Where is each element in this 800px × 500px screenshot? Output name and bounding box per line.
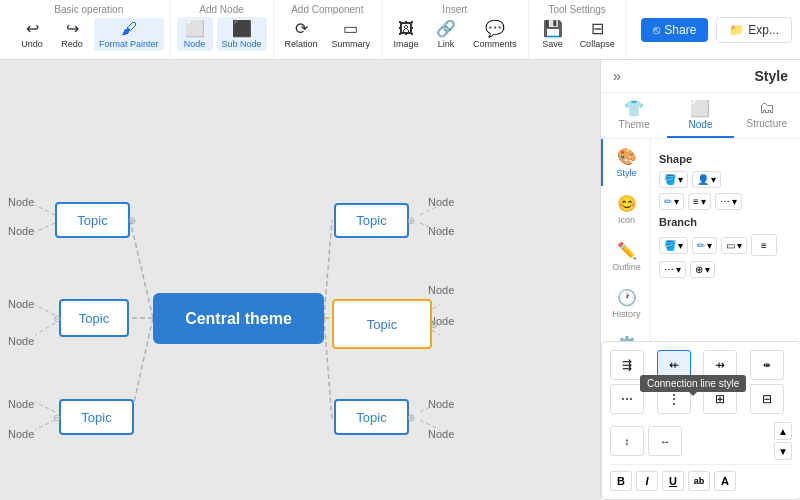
topic-node-mr[interactable]: Topic ⊕ (332, 299, 432, 349)
svg-line-13 (420, 223, 440, 232)
conn-style-4[interactable]: ⇼ (750, 350, 784, 380)
canvas[interactable]: Central theme Topic ⊕ Topic ⊕ ⊖ Topic To… (0, 60, 600, 500)
shape-pen-dropdown[interactable]: ✏ ▾ (659, 193, 684, 210)
left-tab-outline-label: Outline (612, 262, 641, 272)
node-button[interactable]: ⬜ Node (177, 17, 213, 51)
left-tab-history[interactable]: 🕐 History (601, 280, 650, 327)
popup-down-arrow[interactable]: ▼ (774, 442, 792, 460)
lines-icon: ≡ (693, 196, 699, 207)
tab-structure-label: Structure (747, 118, 788, 129)
branch-fill-dropdown[interactable]: 🪣 ▾ (659, 237, 688, 254)
basic-operation-group: Basic operation ↩ Undo ↪ Redo 🖌 Format P… (8, 0, 171, 59)
add-component-label: Add Component (291, 4, 363, 15)
left-tab-style-label: Style (616, 168, 636, 178)
collapse-icon-ml: ⊖ (53, 313, 61, 324)
svg-line-9 (35, 323, 55, 335)
branch-lines-btn[interactable]: ≡ (751, 234, 777, 256)
link-button[interactable]: 🔗 Link (428, 17, 464, 51)
export-button[interactable]: 📁 Exp... (716, 17, 792, 43)
branch-rect-dropdown[interactable]: ▭ ▾ (721, 237, 747, 254)
popup-up-arrow[interactable]: ▲ (774, 422, 792, 440)
shape-row-1: 🪣 ▾ 👤 ▾ (659, 171, 792, 188)
branch-row-2: ⋯ ▾ ⊕ ▾ (659, 261, 792, 278)
topic-node-tl[interactable]: Topic ⊕ (55, 202, 130, 238)
branch-node-dropdown[interactable]: ⊕ ▾ (690, 261, 715, 278)
topic-node-tr[interactable]: Topic ⊕ (334, 203, 409, 238)
summary-button[interactable]: ▭ Summary (327, 17, 376, 51)
add-node-label: Add Node (199, 4, 243, 15)
share-button[interactable]: ⎋ Share (641, 18, 708, 42)
connection-style-popup: ⇶ ⇷ ⇸ ⇼ ⋯ ⋮ ⊞ ⊟ ↕ (651, 341, 800, 500)
topic-node-ml[interactable]: ⊖ Topic (59, 299, 129, 337)
svg-line-17 (420, 420, 440, 430)
tool-settings-group: Tool Settings 💾 Save ⊟ Collapse (529, 0, 627, 59)
format-color-button[interactable]: A (714, 471, 736, 491)
pen-icon: ✏ (664, 196, 672, 207)
central-theme-node[interactable]: Central theme (153, 293, 324, 344)
redo-button[interactable]: ↪ Redo (54, 17, 90, 51)
collapse-button[interactable]: ⊟ Collapse (575, 17, 620, 51)
svg-line-5 (324, 318, 332, 420)
relation-button[interactable]: ⟳ Relation (280, 17, 323, 51)
add-component-group: Add Component ⟳ Relation ▭ Summary (274, 0, 383, 59)
save-button[interactable]: 💾 Save (535, 17, 571, 51)
svg-line-7 (35, 223, 55, 232)
shape-face-dropdown[interactable]: 👤 ▾ (692, 171, 721, 188)
panel-content: 🎨 Style 😊 Icon ✏️ Outline 🕐 History ⚙️ (601, 139, 800, 500)
relation-icon: ⟳ (295, 19, 308, 38)
branch-extra-dropdown[interactable]: ⋯ ▾ (659, 261, 686, 278)
add-node-group: Add Node ⬜ Node ⬛ Sub Node (171, 0, 274, 59)
left-tab-outline[interactable]: ✏️ Outline (601, 233, 650, 280)
expand-icon-mr: ⊕ (430, 319, 438, 330)
tab-theme-label: Theme (619, 119, 650, 130)
format-italic-button[interactable]: I (651, 471, 658, 491)
sub-node-button[interactable]: ⬛ Sub Node (217, 17, 267, 51)
conn-style-10[interactable]: ↔ (651, 426, 682, 456)
svg-line-8 (35, 305, 55, 315)
left-tab-style[interactable]: 🎨 Style (601, 139, 650, 186)
image-button[interactable]: 🖼 Image (388, 18, 424, 51)
panel-chevron-icon[interactable]: » (613, 68, 621, 84)
svg-line-11 (35, 420, 55, 430)
connection-line-tooltip: Connection line style (640, 375, 746, 392)
topic-node-bl[interactable]: ⊖ Topic (59, 399, 134, 435)
theme-icon: 👕 (624, 99, 644, 118)
topic-node-br[interactable]: Topic ⊕ (334, 399, 409, 435)
dashes-icon: ⋯ (720, 196, 730, 207)
shape-dashes-dropdown[interactable]: ⋯ ▾ (715, 193, 742, 210)
right-panel: » Style 👕 Theme ⬜ Node 🗂 Structure 🎨 (600, 60, 800, 500)
expand-icon-tr: ⊕ (407, 215, 415, 226)
topic-label-tr: Topic (356, 213, 386, 228)
conn-style-8[interactable]: ⊟ (750, 384, 784, 414)
left-tab-icon[interactable]: 😊 Icon (601, 186, 650, 233)
dropdown-arrow10: ▾ (705, 264, 710, 275)
shape-lines-dropdown[interactable]: ≡ ▾ (688, 193, 711, 210)
panel-title: Style (755, 68, 788, 84)
comments-icon: 💬 (485, 19, 505, 38)
expand-icon-br: ⊕ (407, 412, 415, 423)
format-underline-button[interactable]: U (662, 471, 684, 491)
undo-icon: ↩ (26, 19, 39, 38)
image-icon: 🖼 (398, 20, 414, 38)
comments-button[interactable]: 💬 Comments (468, 17, 522, 51)
popup-arrows: ▲ ▼ (774, 422, 792, 460)
left-tab-icon-label: Icon (618, 215, 635, 225)
shape-section-title: Shape (659, 153, 792, 165)
svg-line-16 (420, 402, 440, 412)
undo-button[interactable]: ↩ Undo (14, 17, 50, 51)
branch-color-dropdown[interactable]: ✏ ▾ (692, 237, 717, 254)
shape-fill-dropdown[interactable]: 🪣 ▾ (659, 171, 688, 188)
topic-label-ml: Topic (79, 311, 109, 326)
format-strikethrough-button[interactable]: ab (688, 471, 710, 491)
branch-fill-icon: 🪣 (664, 240, 676, 251)
tab-structure[interactable]: 🗂 Structure (734, 93, 800, 138)
dropdown-arrow: ▾ (678, 174, 683, 185)
topic-label-bl: Topic (81, 410, 111, 425)
tab-node[interactable]: ⬜ Node (667, 93, 733, 138)
format-painter-button[interactable]: 🖌 Format Painter (94, 18, 164, 51)
branch-section-title: Branch (659, 216, 792, 228)
dropdown-arrow5: ▾ (732, 196, 737, 207)
dropdown-arrow6: ▾ (678, 240, 683, 251)
outline-icon: ✏️ (617, 241, 637, 260)
tab-theme[interactable]: 👕 Theme (601, 93, 667, 138)
